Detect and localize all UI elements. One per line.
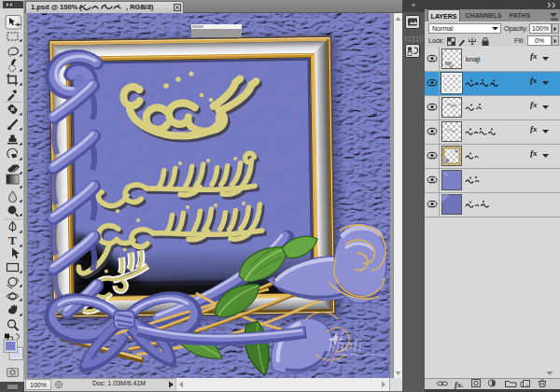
svg-text:knaji: knaji [466,55,481,63]
svg-text:fx.: fx. [455,380,464,389]
svg-text:T: T [8,233,17,247]
